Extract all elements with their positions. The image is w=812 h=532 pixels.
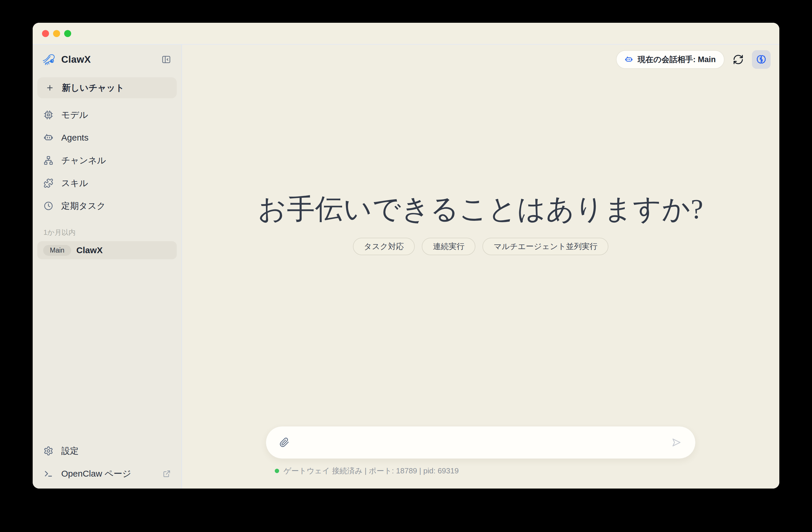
send-button[interactable] <box>671 437 682 448</box>
sidebar-item-channels[interactable]: チャンネル <box>37 149 177 172</box>
sidebar-item-scheduled-tasks[interactable]: 定期タスク <box>37 195 177 217</box>
traffic-lights <box>42 30 71 37</box>
cpu-icon <box>43 110 53 120</box>
status-dot-icon <box>275 469 279 473</box>
sidebar-header: ClawX <box>37 52 177 67</box>
suggestion-pill-continuous[interactable]: 連続実行 <box>422 238 475 255</box>
history-section-label: 1か月以内 <box>37 228 177 237</box>
refresh-icon <box>733 54 744 65</box>
zoom-button[interactable] <box>64 30 71 37</box>
suggestion-pills: タスク対応 連続実行 マルチエージェント並列実行 <box>182 238 779 255</box>
sidebar-item-models[interactable]: モデル <box>37 103 177 126</box>
network-icon <box>43 156 53 166</box>
gateway-status-text: ゲートウェイ 接続済み | ポート: 18789 | pid: 69319 <box>284 466 459 476</box>
sidebar: ClawX 新しいチャット <box>33 45 182 489</box>
conversation-partner-label: 現在の会話相手: Main <box>638 54 716 65</box>
gear-icon <box>43 446 53 456</box>
message-input[interactable] <box>296 438 664 447</box>
clawx-lobster-logo-icon <box>42 53 57 66</box>
sidebar-item-label: モデル <box>61 109 88 121</box>
terminal-icon <box>43 469 53 479</box>
refresh-button[interactable] <box>731 52 745 67</box>
sidebar-item-agents[interactable]: Agents <box>37 126 177 149</box>
sidebar-nav: モデル Agents <box>37 103 177 217</box>
sidebar-item-label: 設定 <box>61 445 79 457</box>
sidebar-item-skills[interactable]: スキル <box>37 172 177 195</box>
bot-icon <box>43 133 53 143</box>
sidebar-item-settings[interactable]: 設定 <box>37 440 177 462</box>
sidebar-collapse-button[interactable] <box>161 54 172 65</box>
agent-badge: Main <box>43 245 71 256</box>
message-composer <box>266 426 696 459</box>
app-title: ClawX <box>61 54 91 65</box>
clock-icon <box>43 201 53 211</box>
gateway-status-bar: ゲートウェイ 接続済み | ポート: 18789 | pid: 69319 <box>275 466 459 476</box>
sidebar-item-label: 定期タスク <box>61 200 105 212</box>
suggestion-pill-multiagent[interactable]: マルチエージェント並列実行 <box>482 238 608 255</box>
suggestion-pill-task[interactable]: タスク対応 <box>353 238 415 255</box>
desktop-background: ClawX 新しいチャット <box>0 0 812 532</box>
new-chat-button[interactable]: 新しいチャット <box>37 77 177 98</box>
minimize-button[interactable] <box>53 30 60 37</box>
close-button[interactable] <box>42 30 49 37</box>
puzzle-icon <box>43 178 53 188</box>
sidebar-item-openclaw-page[interactable]: OpenClaw ページ <box>37 462 177 485</box>
sidebar-item-label: OpenClaw ページ <box>61 468 131 480</box>
titlebar <box>33 23 779 45</box>
paperclip-icon <box>279 437 289 447</box>
history-item-main-clawx[interactable]: Main ClawX <box>37 241 177 259</box>
send-icon <box>671 437 682 448</box>
conversation-partner-badge[interactable]: 現在の会話相手: Main <box>616 50 725 69</box>
panel-collapse-icon <box>161 55 171 64</box>
attach-file-button[interactable] <box>279 437 289 447</box>
top-controls: 現在の会話相手: Main <box>616 50 771 69</box>
greeting-heading: お手伝いできることはありますか? <box>182 190 779 228</box>
plus-icon <box>45 83 54 92</box>
new-chat-label: 新しいチャット <box>62 82 124 94</box>
chat-main-area: 現在の会話相手: Main <box>182 45 779 489</box>
sidebar-item-label: チャンネル <box>61 155 106 167</box>
sidebar-item-label: Agents <box>61 133 88 143</box>
brain-button[interactable] <box>752 50 771 69</box>
app-window: ClawX 新しいチャット <box>33 23 779 489</box>
history-item-label: ClawX <box>76 245 103 255</box>
bot-icon <box>625 55 633 63</box>
sidebar-item-label: スキル <box>61 177 88 189</box>
brain-icon <box>756 54 767 65</box>
external-link-icon <box>163 470 171 478</box>
